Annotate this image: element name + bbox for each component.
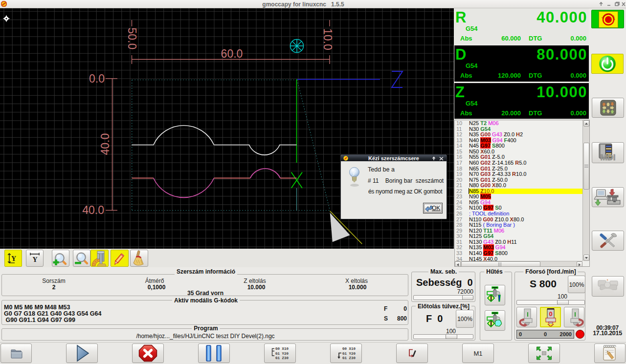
svg-text:10.0: 10.0 — [321, 28, 334, 50]
svg-text:Y: Y — [33, 256, 38, 263]
svg-text:MDI: MDI — [600, 153, 615, 162]
svg-text:G0 X10: G0 X10 — [275, 347, 289, 351]
svg-text:Y: Y — [11, 255, 16, 262]
svg-text:50.0: 50.0 — [126, 28, 138, 50]
svg-text:G1 Z30: G1 Z30 — [342, 356, 356, 360]
svg-text:0.0: 0.0 — [89, 72, 105, 85]
svg-text:G0 X10: G0 X10 — [342, 347, 356, 351]
svg-text:60.0: 60.0 — [221, 47, 243, 60]
svg-text:G1 Y20: G1 Y20 — [275, 352, 289, 356]
svg-text:G1 Y20: G1 Y20 — [342, 352, 356, 356]
svg-text:G1 Z30: G1 Z30 — [275, 356, 289, 360]
svg-text:40.0: 40.0 — [82, 204, 104, 216]
svg-text:40.0: 40.0 — [99, 133, 112, 155]
svg-text:0: 0 — [549, 310, 552, 318]
